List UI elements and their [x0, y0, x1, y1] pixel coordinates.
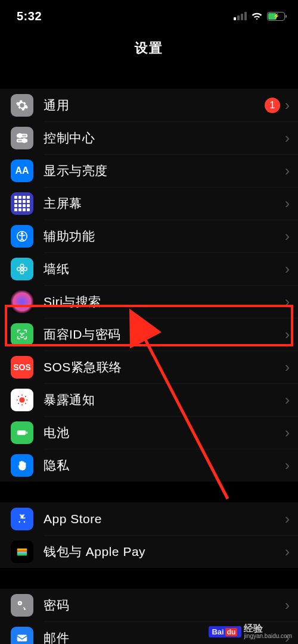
chevron-right-icon: ›	[285, 424, 290, 441]
battery-full-icon	[11, 421, 33, 444]
row-label: 主屏幕	[44, 195, 82, 212]
row-label: 钱包与 Apple Pay	[44, 543, 145, 560]
section-separator	[0, 568, 298, 589]
flower-icon	[11, 258, 33, 280]
row-privacy[interactable]: 隐私 ›	[0, 449, 298, 482]
status-bar: 5:32 ⚡	[0, 0, 298, 29]
svg-point-3	[22, 138, 26, 142]
row-label: 电池	[44, 424, 69, 441]
row-wallpaper[interactable]: 墙纸 ›	[0, 252, 298, 285]
status-time: 5:32	[17, 10, 42, 23]
row-label: 显示与亮度	[44, 162, 108, 179]
row-wallet[interactable]: 钱包与 Apple Pay ›	[0, 535, 298, 568]
row-appstore[interactable]: App Store ›	[0, 502, 298, 535]
row-label: 控制中心	[44, 130, 95, 146]
row-label: 辅助功能	[44, 228, 95, 245]
home-grid-icon	[11, 192, 33, 215]
svg-point-1	[18, 133, 21, 137]
row-battery[interactable]: 电池 ›	[0, 416, 298, 449]
gear-icon	[11, 94, 33, 117]
row-label: App Store	[44, 512, 102, 526]
svg-point-20	[18, 402, 19, 404]
chevron-right-icon: ›	[285, 97, 290, 114]
svg-point-11	[20, 333, 21, 333]
svg-point-17	[26, 399, 27, 400]
svg-point-14	[21, 394, 23, 395]
row-label: SOS紧急联络	[44, 359, 122, 376]
row-label: 面容ID与密码	[44, 326, 121, 343]
svg-point-18	[18, 396, 19, 397]
accessibility-icon	[11, 225, 33, 248]
svg-point-19	[25, 396, 26, 397]
svg-point-5	[21, 233, 23, 235]
battery-icon: ⚡	[267, 12, 285, 21]
svg-rect-22	[17, 430, 26, 434]
svg-point-7	[20, 264, 24, 267]
row-label: 密码	[44, 597, 69, 614]
chevron-right-icon: ›	[285, 195, 290, 212]
chevron-right-icon: ›	[285, 597, 290, 614]
watermark-url: jingyan.baidu.com	[244, 633, 292, 639]
text-size-icon: AA	[11, 160, 33, 182]
chevron-right-icon: ›	[285, 392, 290, 408]
toggles-icon	[11, 127, 33, 149]
row-passwords[interactable]: 密码 ›	[0, 589, 298, 621]
exposure-icon	[11, 389, 33, 411]
svg-point-16	[17, 399, 18, 400]
svg-point-15	[21, 404, 23, 405]
row-general[interactable]: 通用 1 ›	[0, 89, 298, 121]
faceid-icon	[11, 323, 33, 346]
settings-group-1: 通用 1 › 控制中心 › AA 显示与亮度 › 主屏幕 ›	[0, 89, 298, 482]
status-indicators: ⚡	[234, 12, 285, 21]
svg-point-21	[25, 402, 26, 404]
row-label: 墙纸	[44, 261, 69, 277]
row-accessibility[interactable]: 辅助功能 ›	[0, 220, 298, 252]
row-sos[interactable]: SOS SOS紧急联络 ›	[0, 351, 298, 383]
cellular-signal-icon	[234, 12, 247, 20]
chevron-right-icon: ›	[285, 293, 290, 310]
mail-icon	[11, 627, 33, 645]
chevron-right-icon: ›	[285, 130, 290, 146]
row-label: 通用	[44, 97, 69, 114]
sos-icon: SOS	[11, 356, 33, 379]
row-faceid[interactable]: 面容ID与密码 ›	[0, 318, 298, 351]
svg-point-12	[23, 333, 24, 333]
chevron-right-icon: ›	[285, 511, 290, 527]
row-display[interactable]: AA 显示与亮度 ›	[0, 154, 298, 187]
svg-point-29	[19, 602, 20, 604]
wallet-icon	[11, 540, 33, 563]
svg-point-9	[17, 267, 21, 271]
row-siri[interactable]: Siri与搜索 ›	[0, 285, 298, 318]
row-home-screen[interactable]: 主屏幕 ›	[0, 187, 298, 220]
svg-rect-30	[17, 634, 27, 641]
siri-icon	[11, 290, 33, 313]
watermark-title: 经验	[244, 624, 292, 633]
row-label: 邮件	[44, 630, 69, 645]
row-label: 暴露通知	[44, 392, 95, 408]
row-label: 隐私	[44, 457, 69, 474]
chevron-right-icon: ›	[285, 326, 290, 343]
watermark: Baidu 经验 jingyan.baidu.com	[209, 624, 292, 639]
row-exposure[interactable]: 暴露通知 ›	[0, 383, 298, 416]
svg-rect-27	[17, 553, 27, 555]
svg-rect-23	[26, 432, 27, 434]
row-label: Siri与搜索	[44, 293, 101, 310]
chevron-right-icon: ›	[285, 228, 290, 245]
svg-point-6	[21, 268, 23, 270]
chevron-right-icon: ›	[285, 359, 290, 376]
chevron-right-icon: ›	[285, 457, 290, 474]
watermark-logo: Baidu	[209, 626, 241, 637]
section-separator	[0, 68, 298, 89]
chevron-right-icon: ›	[285, 261, 290, 277]
chevron-right-icon: ›	[285, 543, 290, 560]
settings-group-2: App Store › 钱包与 Apple Pay ›	[0, 502, 298, 568]
svg-point-10	[24, 267, 27, 271]
appstore-icon	[11, 508, 33, 530]
section-separator	[0, 482, 298, 502]
wifi-icon	[251, 12, 263, 21]
chevron-right-icon: ›	[285, 162, 290, 179]
notification-badge: 1	[265, 98, 280, 113]
svg-point-13	[19, 397, 24, 402]
row-control-center[interactable]: 控制中心 ›	[0, 121, 298, 154]
key-icon	[11, 594, 33, 617]
